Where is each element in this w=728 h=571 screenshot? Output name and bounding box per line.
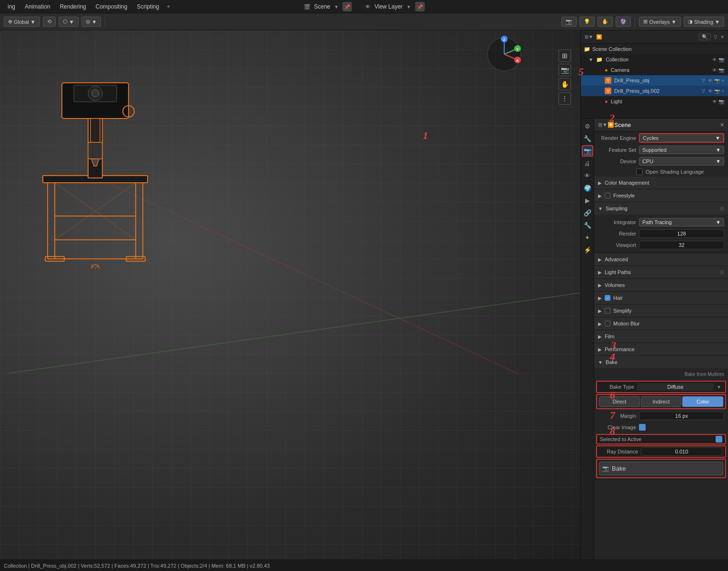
camera-item[interactable]: ● Camera 👁 📷 xyxy=(581,65,728,75)
camera-vis[interactable]: 👁 xyxy=(712,68,717,73)
light-btn[interactable]: 💡 xyxy=(579,17,595,27)
properties-panel: ⚙ 🔧 📷 🖨 👁 🌍 ▶ 🔗 🔧 ✦ ⚡ ⊞▼ 🔽 Scene xyxy=(581,118,728,560)
clear-image-checkbox[interactable] xyxy=(639,424,646,431)
hair-header[interactable]: ▶ ✓ Hair xyxy=(594,292,728,304)
render-samples-value[interactable]: 128 xyxy=(639,229,724,238)
light-item[interactable]: ● Light 👁 📷 xyxy=(581,96,728,107)
samp-menu[interactable]: ☰ xyxy=(720,206,724,211)
viewport-gizmo[interactable]: Z Y X xyxy=(485,35,523,75)
menu-ing[interactable]: ing xyxy=(4,2,19,11)
camera-render[interactable]: 📷 xyxy=(718,68,724,73)
props-scene-icon[interactable]: ⚙ xyxy=(582,120,593,132)
menu-animation[interactable]: Animation xyxy=(21,2,54,11)
dp2-extra[interactable]: + xyxy=(721,89,724,94)
props-particles-icon[interactable]: ✦ xyxy=(582,232,593,243)
collection-expand-arrow[interactable]: ▼ xyxy=(588,57,593,62)
scene-pin-icon[interactable]: 📌 xyxy=(342,2,352,11)
obj2-filter-icon: ▽ xyxy=(702,89,705,93)
lp-menu[interactable]: ☰ xyxy=(720,270,724,275)
snapping-btn[interactable]: ⬡ ▼ xyxy=(59,17,79,27)
search-input[interactable]: 🔍 xyxy=(698,33,711,40)
margin-value[interactable]: 16 px xyxy=(639,412,724,420)
proportional-btn[interactable]: ◎ ▼ xyxy=(81,17,101,27)
dp-render[interactable]: 📷 xyxy=(714,78,720,83)
dp2-vis[interactable]: 👁 xyxy=(708,89,713,94)
scene-name: Scene xyxy=(314,3,330,10)
menu-compositing[interactable]: Compositing xyxy=(92,2,131,11)
drill-press-obj-item[interactable]: ▽ Drill_Press_obj ▽ 👁 📷 + xyxy=(581,75,728,86)
props-world-icon[interactable]: 🌍 xyxy=(582,182,593,194)
sim-check[interactable] xyxy=(605,308,610,314)
props-render-icon[interactable]: 📷 xyxy=(582,145,593,157)
menu-scripting[interactable]: Scripting xyxy=(133,2,163,11)
viewport-samples-value[interactable]: 32 xyxy=(639,241,724,249)
transform-global-btn[interactable]: ⊕ Global ▼ xyxy=(4,17,40,27)
viewport-3d[interactable]: Z Y X ⊞ 📷 ✋ ⋮ xyxy=(0,30,580,560)
perspective-icon[interactable]: ⊞ xyxy=(558,49,571,62)
selected-to-active-checkbox[interactable] xyxy=(716,436,722,443)
sampling-header[interactable]: ▼ Sampling ☰ xyxy=(594,202,728,215)
freestyle-header[interactable]: ▶ Freestyle xyxy=(594,189,728,202)
hair-section: ▶ ✓ Hair xyxy=(594,292,728,305)
object-btn[interactable]: ✋ xyxy=(598,17,613,27)
feature-set-dropdown[interactable]: Supported ▼ xyxy=(639,146,724,154)
dp-vis[interactable]: 👁 xyxy=(708,78,713,83)
light-render[interactable]: 📷 xyxy=(718,99,724,104)
bake-button[interactable]: 📷 Bake xyxy=(599,462,723,475)
hair-check[interactable]: ✓ xyxy=(605,295,610,301)
transform-mode-btn[interactable]: ⟲ xyxy=(43,17,56,27)
scene-btn2[interactable]: 🔮 xyxy=(616,17,631,27)
camera-view-icon[interactable]: 📷 xyxy=(558,64,571,76)
simplify-header[interactable]: ▶ Simplify xyxy=(594,305,728,317)
outliner-filter-icon[interactable]: 🔽 xyxy=(596,34,602,39)
indirect-btn[interactable]: Indirect xyxy=(641,396,682,407)
outliner-close[interactable]: ✕ xyxy=(720,34,724,39)
view-layer-pin-icon[interactable]: 📌 xyxy=(415,2,425,11)
dp-extra[interactable]: + xyxy=(721,78,724,83)
props-view-icon[interactable]: 👁 xyxy=(582,170,593,181)
perf-arrow: ▶ xyxy=(598,347,602,352)
ray-distance-value[interactable]: 0.010 xyxy=(641,447,722,456)
color-management-header[interactable]: ▶ Color Management xyxy=(594,177,728,189)
menu-add[interactable]: + xyxy=(165,2,172,11)
outliner-mode-icon[interactable]: ⊞▼ xyxy=(585,34,593,39)
shading-btn[interactable]: ◑ Shading ▼ xyxy=(684,17,724,27)
vis-icon[interactable]: 👁 xyxy=(712,57,717,62)
hand-icon[interactable]: ✋ xyxy=(558,78,571,90)
props-tool-icon[interactable]: 🔧 xyxy=(582,133,593,144)
mb-check[interactable] xyxy=(605,321,610,326)
bake-type-arrow[interactable]: ▼ xyxy=(717,384,721,390)
scene-dropdown-icon[interactable]: ▼ xyxy=(334,4,339,10)
advanced-header[interactable]: ▶ Advanced xyxy=(594,253,728,266)
filter-icon[interactable]: ▽ xyxy=(714,34,718,39)
osl-checkbox[interactable] xyxy=(636,168,643,175)
obj-filter-icon: ▽ xyxy=(702,78,705,83)
props-modifier-icon[interactable]: 🔧 xyxy=(582,219,593,231)
drill-press-002-item[interactable]: ▽ Drill_Press_obj.002 ▽ 👁 📷 + xyxy=(581,86,728,96)
volumes-header[interactable]: ▶ Volumes xyxy=(594,279,728,291)
render-engine-dropdown[interactable]: Cycles ▼ xyxy=(639,133,724,143)
view-layer-dropdown-icon[interactable]: ▼ xyxy=(407,4,411,10)
integrator-dropdown[interactable]: Path Tracing ▼ xyxy=(639,218,724,226)
props-constraint-icon[interactable]: 🔗 xyxy=(582,207,593,218)
ray-distance-row: Ray Distance 0.010 xyxy=(596,445,726,458)
fs-check[interactable] xyxy=(605,193,610,198)
render-icon[interactable]: 📷 xyxy=(718,57,724,62)
scene-close-icon[interactable]: ✕ xyxy=(720,122,724,128)
props-obj-icon[interactable]: ▶ xyxy=(582,195,593,206)
props-physics-icon[interactable]: ⚡ xyxy=(582,244,593,256)
color-btn[interactable]: Color xyxy=(682,396,723,407)
bake-type-value[interactable]: Diffuse xyxy=(637,383,714,391)
motion-blur-header[interactable]: ▶ Motion Blur xyxy=(594,317,728,330)
dp2-render[interactable]: 📷 xyxy=(714,89,720,94)
dots-icon[interactable]: ⋮ xyxy=(558,92,571,105)
direct-btn[interactable]: Direct xyxy=(599,396,640,407)
camera-btn[interactable]: 📷 xyxy=(561,17,577,27)
light-vis[interactable]: 👁 xyxy=(712,99,717,104)
props-output-icon[interactable]: 🖨 xyxy=(582,158,593,169)
collection-item[interactable]: ▼ 📁 Collection 👁 📷 xyxy=(581,54,728,65)
device-dropdown[interactable]: CPU ▼ xyxy=(639,157,724,166)
overlays-btn[interactable]: ⊞ Overlays ▼ xyxy=(639,17,680,27)
menu-rendering[interactable]: Rendering xyxy=(56,2,90,11)
light-paths-header[interactable]: ▶ Light Paths ☰ xyxy=(594,266,728,278)
